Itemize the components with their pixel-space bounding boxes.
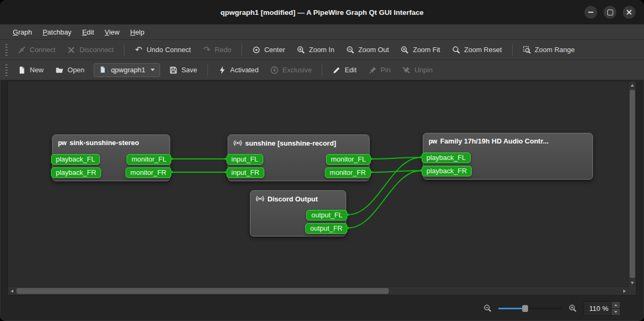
port-input[interactable]: playback_FR [51, 167, 101, 178]
new-file-icon [18, 66, 26, 74]
center-button[interactable]: Center [246, 43, 291, 57]
node-sunshine[interactable]: sunshine [sunshine-record] input_FL inpu… [228, 134, 370, 181]
port-output[interactable]: monitor_FL [326, 154, 371, 165]
patchbay-file-combo[interactable]: qpwgraph1 [94, 63, 160, 77]
redo-icon: ↷ [203, 46, 211, 54]
connection-cable[interactable] [371, 171, 421, 172]
vertical-scrollbar[interactable] [628, 81, 636, 286]
zoom-reset-button[interactable]: Zoom Reset [446, 43, 508, 57]
menu-patchbay[interactable]: Patchbay [37, 26, 77, 38]
zoom-slider[interactable] [498, 303, 562, 313]
node-family-hd-audio[interactable]: pw Family 17h/19h HD Audio Contr... play… [423, 133, 593, 180]
scroll-left-button[interactable] [8, 287, 15, 295]
node-title-text: Discord Output [267, 195, 318, 203]
zoom-fit-label: Zoom Fit [413, 46, 440, 54]
redo-label: Redo [215, 46, 231, 54]
edit-button[interactable]: Edit [327, 63, 362, 78]
undo-connect-button[interactable]: ↶ Undo Connect [129, 43, 197, 57]
zoom-in-label: Zoom In [309, 46, 334, 54]
disconnect-label: Disconnect [79, 46, 113, 54]
zoom-range-button[interactable]: Zoom Range [517, 43, 581, 57]
node-sink-sunshine-stereo[interactable]: pw sink-sunshine-stereo playback_FL play… [52, 134, 170, 181]
zoom-out-button[interactable]: Zoom Out [340, 43, 395, 57]
close-icon [626, 9, 632, 15]
port-output[interactable]: output_FR [305, 223, 347, 234]
open-label: Open [68, 66, 85, 74]
horizontal-scrollbar[interactable] [8, 286, 628, 295]
open-folder-icon [55, 66, 64, 74]
statusbar: 110 % [0, 295, 644, 321]
zoom-out-icon [346, 46, 355, 54]
toolbar-drag-handle[interactable] [5, 64, 7, 76]
menu-help[interactable]: Help [125, 26, 150, 38]
port-input[interactable]: playback_FR [422, 166, 472, 176]
port-input[interactable]: input_FR [227, 167, 264, 178]
scroll-right-button[interactable] [621, 287, 628, 295]
scroll-down-button[interactable] [629, 279, 636, 286]
zoom-reset-icon [452, 46, 461, 54]
pin-button[interactable]: Pin [363, 63, 397, 78]
pin-icon [369, 66, 377, 74]
menu-view[interactable]: View [99, 26, 125, 38]
window-controls [584, 6, 635, 19]
node-header: sunshine [sunshine-record] [228, 135, 369, 147]
zoom-range-icon [523, 46, 531, 54]
graph-canvas-frame: pw sink-sunshine-stereo playback_FL play… [7, 81, 637, 295]
titlebar[interactable]: qpwgraph1 [modified] — A PipeWire Graph … [0, 0, 644, 24]
open-button[interactable]: Open [49, 63, 90, 78]
connect-button[interactable]: Connect [12, 43, 61, 57]
minimize-button[interactable] [584, 6, 597, 19]
horizontal-scrollbar-thumb[interactable] [16, 288, 389, 294]
graph-canvas[interactable]: pw sink-sunshine-stereo playback_FL play… [8, 81, 628, 286]
maximize-button[interactable] [604, 6, 616, 19]
maximize-icon [607, 10, 613, 15]
port-input[interactable]: input_FL [227, 154, 263, 165]
zoom-fit-button[interactable]: Zoom Fit [395, 43, 446, 57]
toolbar-separator [124, 44, 124, 56]
activated-button[interactable]: Activated [212, 63, 264, 78]
zoom-spin-up-button[interactable] [612, 302, 620, 309]
graph-toolbar: Connect Disconnect ↶ Undo Connect ↷ Redo… [0, 40, 644, 60]
zoom-spin-down-button[interactable] [612, 309, 620, 315]
toolbar-separator [241, 44, 242, 56]
port-output[interactable]: monitor_FR [325, 167, 371, 178]
port-output[interactable]: output_FL [306, 210, 347, 221]
menu-graph[interactable]: Graph [7, 26, 37, 38]
minimize-icon [588, 12, 593, 13]
port-output[interactable]: monitor_FL [127, 154, 171, 165]
port-input[interactable]: playback_FL [51, 154, 100, 165]
connection-cable[interactable] [371, 157, 421, 159]
edit-label: Edit [345, 66, 356, 74]
patchbay-file-name: qpwgraph1 [111, 66, 145, 74]
center-label: Center [264, 46, 285, 54]
new-button[interactable]: New [12, 63, 49, 78]
vertical-scrollbar-thumb[interactable] [630, 90, 635, 278]
close-button[interactable] [623, 6, 635, 19]
node-header: Discord Output [250, 191, 346, 203]
save-button[interactable]: Save [163, 63, 203, 78]
node-discord-output[interactable]: Discord Output output_FL output_FR [250, 190, 346, 236]
zoom-in-button[interactable]: Zoom In [291, 43, 340, 57]
file-icon [99, 66, 107, 74]
zoom-out-icon[interactable] [483, 304, 492, 312]
zoom-slider-handle[interactable] [522, 305, 528, 312]
unpin-button[interactable]: Unpin [396, 63, 438, 78]
unpin-label: Unpin [414, 66, 432, 74]
port-input[interactable]: playback_FL [422, 153, 471, 163]
zoom-value[interactable]: 110 % [584, 302, 611, 315]
menu-edit[interactable]: Edit [77, 26, 99, 38]
zoom-spinbox[interactable]: 110 % [583, 301, 621, 316]
node-header: pw Family 17h/19h HD Audio Contr... [423, 133, 592, 145]
disconnect-button[interactable]: Disconnect [61, 43, 119, 57]
exclusive-button[interactable]: Exclusive [264, 63, 317, 78]
scroll-up-button[interactable] [629, 81, 636, 89]
zoom-slider-fill [498, 308, 525, 309]
activated-label: Activated [230, 66, 258, 74]
port-output[interactable]: monitor_FR [126, 167, 171, 178]
redo-button[interactable]: ↷ Redo [197, 43, 237, 57]
pipewire-icon: pw [58, 139, 66, 147]
toolbar-drag-handle[interactable] [5, 44, 7, 56]
zoom-in-icon[interactable] [568, 304, 577, 312]
zoom-spin-buttons [611, 302, 620, 315]
zoom-reset-label: Zoom Reset [464, 46, 502, 54]
